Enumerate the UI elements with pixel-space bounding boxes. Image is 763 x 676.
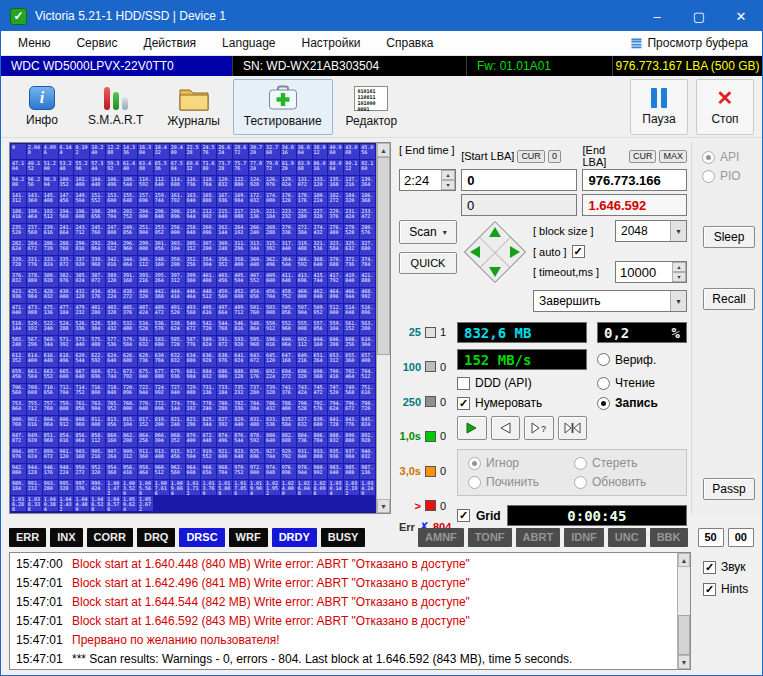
scan-block: 1.003.520 xyxy=(122,480,137,495)
menu-item-6[interactable]: Справка xyxy=(373,36,446,50)
toolbar-button-editor[interactable]: 0101011100111010000001Редактор xyxy=(335,79,409,135)
quick-button[interactable]: QUICK xyxy=(399,252,457,274)
scan-block: 118.784 xyxy=(201,176,216,191)
menu-item-5[interactable]: Настройки xyxy=(289,36,374,50)
scroll-down-icon[interactable]: ▼ xyxy=(377,499,390,513)
timeout-spinner[interactable]: 10000 ▴ ▾ xyxy=(615,261,687,283)
menu-item-2[interactable]: Сервис xyxy=(63,36,130,50)
repair-radio[interactable] xyxy=(468,476,481,489)
end-lba-input[interactable]: 976.773.166 xyxy=(582,169,687,191)
device-model[interactable]: WDC WD5000LPVX-22V0TT0 xyxy=(1,56,233,76)
scan-block: 342.016 xyxy=(106,256,121,271)
jog-right-icon[interactable] xyxy=(510,246,520,258)
recall-button[interactable]: Recall xyxy=(703,288,755,310)
end-time-value[interactable]: 2:24 xyxy=(400,170,441,190)
scan-block: 415.744 xyxy=(313,272,328,287)
grid-scrollbar[interactable]: ▲ ▼ xyxy=(376,143,390,513)
passp-button[interactable]: Passp xyxy=(703,478,755,500)
log-row[interactable]: 15:47:01Block start at 1.644.544 (842 MB… xyxy=(10,592,677,611)
scroll-up-icon[interactable]: ▲ xyxy=(377,143,390,157)
timeout-input[interactable]: 10000 xyxy=(616,262,672,282)
menu-item-4[interactable]: Language xyxy=(209,36,288,50)
end-lba-cur-button[interactable]: CUR xyxy=(629,150,657,163)
maximize-button[interactable]: ▢ xyxy=(678,1,720,31)
seek-button[interactable]: ? xyxy=(524,416,554,440)
title-bar: ✓ Victoria 5.21-1 HDD/SSD | Device 1 – ▢… xyxy=(1,1,762,31)
scan-block: 557.056 xyxy=(313,320,328,335)
timeout-down-button[interactable]: ▾ xyxy=(672,272,686,282)
api-radio[interactable] xyxy=(702,151,715,164)
log-scroll-track[interactable] xyxy=(678,567,690,655)
scan-block: 993.280 xyxy=(43,480,58,495)
sound-checkbox[interactable]: ✓ xyxy=(703,561,716,574)
smart-icon xyxy=(104,86,128,110)
start-lba-zero-button[interactable]: 0 xyxy=(548,150,561,163)
pause-button[interactable]: Пауза xyxy=(630,79,688,135)
hints-checkbox[interactable]: ✓ xyxy=(703,583,716,596)
pio-radio[interactable] xyxy=(702,170,715,183)
jog-down-icon[interactable] xyxy=(489,267,501,277)
on-end-action-select[interactable]: Завершить ▾ xyxy=(533,290,687,312)
log-row[interactable]: 15:47:01*** Scan results: Warnings - 0, … xyxy=(10,649,677,668)
end-time-up-button[interactable]: ▴ xyxy=(441,170,455,180)
minimize-button[interactable]: – xyxy=(636,1,678,31)
scan-block: 823.296 xyxy=(186,416,201,431)
scroll-down-icon[interactable]: ▼ xyxy=(678,655,690,669)
step-back-button[interactable] xyxy=(491,416,521,440)
numerate-checkbox[interactable]: ✓ xyxy=(457,397,470,410)
end-lba-max-button[interactable]: MAX xyxy=(659,150,687,163)
toolbar-button-journals[interactable]: Журналы xyxy=(156,79,230,135)
erase-radio[interactable] xyxy=(574,457,587,470)
jog-diamond-control[interactable] xyxy=(463,220,527,284)
start-lba-input[interactable]: 0 xyxy=(461,169,577,191)
grid-checkbox[interactable]: ✓ xyxy=(457,509,470,522)
scan-block: 616.448 xyxy=(43,352,58,367)
verify-radio[interactable] xyxy=(597,353,610,366)
log-row[interactable]: 15:47:01Прервано по желанию пользователя… xyxy=(10,630,677,649)
menu-item-3[interactable]: Действия xyxy=(131,36,210,50)
jump-end-button[interactable] xyxy=(558,416,588,440)
block-size-select[interactable]: 2048 ▾ xyxy=(615,220,687,242)
toolbar-button-smart[interactable]: S.M.A.R.T xyxy=(77,79,154,135)
log-row[interactable]: 15:47:01Block start at 1.642.496 (841 MB… xyxy=(10,573,677,592)
grid-scroll-track[interactable] xyxy=(377,157,390,499)
scan-block: 538.624 xyxy=(170,320,185,335)
log-scrollbar[interactable]: ▲ ▼ xyxy=(677,552,691,670)
toolbar-button-info[interactable]: iИнфо xyxy=(9,79,75,135)
grid-scroll-thumb[interactable] xyxy=(377,157,390,355)
play-button[interactable] xyxy=(457,416,487,440)
scan-block: 600.064 xyxy=(281,336,296,351)
toolbar-button-test[interactable]: Тестирование xyxy=(233,79,333,135)
stop-button[interactable]: ✕ Стоп xyxy=(696,79,754,135)
write-radio[interactable] xyxy=(597,397,610,410)
auto-checkbox[interactable]: ✓ xyxy=(572,245,585,258)
scroll-up-icon[interactable]: ▲ xyxy=(678,553,690,567)
log-area: 15:47:00Block start at 1.640.448 (840 MB… xyxy=(9,552,762,670)
menu-item-1[interactable]: Меню xyxy=(5,36,63,50)
scan-block: 112.640 xyxy=(154,176,169,191)
scan-block: 829.440 xyxy=(233,416,248,431)
scan-block: 618.496 xyxy=(59,352,74,367)
ignore-radio[interactable] xyxy=(468,457,481,470)
end-time-spinner[interactable]: 2:24 ▴ ▾ xyxy=(399,169,456,191)
read-radio[interactable] xyxy=(597,377,610,390)
end-time-down-button[interactable]: ▾ xyxy=(441,180,455,190)
scan-block: 462.848 xyxy=(313,288,328,303)
jog-up-icon[interactable] xyxy=(489,227,501,237)
scan-block: 514.048 xyxy=(344,304,359,319)
scan-button[interactable]: Scan ▾ xyxy=(399,220,457,244)
buffer-view-button[interactable]: ≣ Просмотр буфера xyxy=(630,36,758,50)
close-button[interactable]: ✕ xyxy=(720,1,762,31)
log-scroll-thumb[interactable] xyxy=(678,615,690,655)
ddd-api-checkbox[interactable] xyxy=(457,377,470,390)
scan-block: 567.296 xyxy=(27,336,42,351)
jog-left-icon[interactable] xyxy=(470,246,480,258)
sleep-button[interactable]: Sleep xyxy=(703,226,755,248)
log-row[interactable]: 15:47:01Block start at 1.646.592 (843 MB… xyxy=(10,611,677,630)
scan-block: 440.320 xyxy=(138,288,153,303)
timeout-up-button[interactable]: ▴ xyxy=(672,262,686,272)
start-lba-cur-button[interactable]: CUR xyxy=(517,150,545,163)
refresh-radio[interactable] xyxy=(574,476,587,489)
scan-block: 387.072 xyxy=(90,272,105,287)
log-row[interactable]: 15:47:00Block start at 1.640.448 (840 MB… xyxy=(10,554,677,573)
